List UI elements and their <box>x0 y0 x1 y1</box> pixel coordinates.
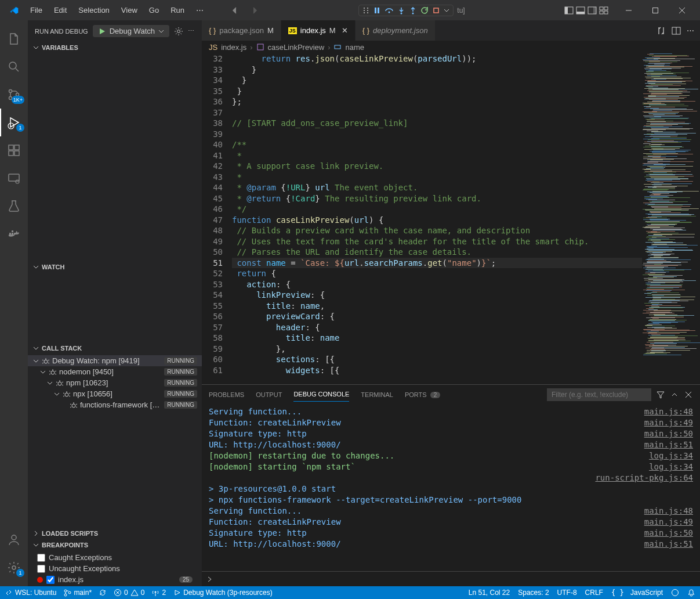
console-source-link[interactable]: main.js:51 <box>644 439 693 450</box>
filter-icon[interactable] <box>656 390 665 399</box>
callstack-item[interactable]: Debug Watch: npm [9419]RUNNING <box>28 355 202 366</box>
status-cursor-position[interactable]: Ln 51, Col 22 <box>469 589 510 597</box>
checkbox[interactable] <box>46 576 55 584</box>
status-indentation[interactable]: Spaces: 2 <box>518 589 549 597</box>
code-editor[interactable]: return res.json(caseLinkPreview(parsedUr… <box>232 53 642 384</box>
editor-tab[interactable]: { } package.json M <box>202 20 281 41</box>
chevron-down-icon[interactable] <box>444 8 449 13</box>
debug-stop-icon[interactable] <box>432 6 440 15</box>
menu-view[interactable]: View <box>117 3 142 17</box>
debug-step-into-icon[interactable] <box>397 6 405 15</box>
activity-remote[interactable] <box>0 164 28 192</box>
console-source-link[interactable]: run-script-pkg.js:64 <box>595 472 693 483</box>
minimap[interactable] <box>642 53 700 384</box>
console-source-link[interactable]: main.js:48 <box>644 406 693 417</box>
callstack-item[interactable]: npx [10656]RUNNING <box>28 388 202 399</box>
panel-tab-debug-console[interactable]: DEBUG CONSOLE <box>293 387 349 402</box>
activity-search[interactable] <box>0 53 28 81</box>
menu-edit[interactable]: Edit <box>49 3 71 17</box>
panel-tab-ports[interactable]: PORTS2 <box>405 388 440 402</box>
activity-accounts[interactable] <box>0 526 28 554</box>
callstack-item[interactable]: npm [10623]RUNNING <box>28 377 202 388</box>
section-loaded-scripts[interactable]: LOADED SCRIPTS <box>28 528 202 539</box>
debug-config-selector[interactable]: Debug Watch <box>93 25 169 37</box>
more-icon[interactable]: ⋯ <box>188 27 194 35</box>
section-variables[interactable]: VARIABLES <box>28 42 202 53</box>
close-icon[interactable]: ✕ <box>342 26 348 35</box>
close-icon[interactable] <box>684 390 693 399</box>
status-eol[interactable]: CRLF <box>585 589 603 597</box>
activity-testing[interactable] <box>0 192 28 220</box>
repl-input[interactable] <box>202 571 700 586</box>
activity-docker[interactable] <box>0 220 28 248</box>
panel-tab-terminal[interactable]: TERMINAL <box>361 388 393 402</box>
editor-tab[interactable]: { } deployment.json <box>356 20 436 41</box>
status-feedback[interactable] <box>671 589 679 597</box>
activity-run-debug[interactable]: 1 <box>0 109 28 136</box>
breadcrumbs[interactable]: JS index.js › caseLinkPreview › name <box>202 41 700 53</box>
chevron-up-icon[interactable] <box>670 390 679 399</box>
console-source-link[interactable]: main.js:49 <box>644 417 693 428</box>
menu-selection[interactable]: Selection <box>74 3 114 17</box>
debug-step-over-icon[interactable] <box>385 6 394 15</box>
activity-explorer[interactable] <box>0 25 28 53</box>
status-sync[interactable] <box>99 589 107 597</box>
menu-file[interactable]: File <box>26 3 47 17</box>
callstack-item[interactable]: functions-framework [106…RUNNING <box>28 399 202 410</box>
console-source-link[interactable]: main.js:50 <box>644 528 693 539</box>
window-close-button[interactable] <box>669 0 695 20</box>
menu-run[interactable]: Run <box>166 3 189 17</box>
nav-forward-icon[interactable] <box>250 6 259 15</box>
activity-settings[interactable]: 1 <box>0 554 28 582</box>
console-source-link[interactable]: main.js:48 <box>644 506 693 517</box>
console-filter-input[interactable] <box>547 388 651 401</box>
breadcrumb-item[interactable]: name <box>345 43 364 52</box>
editor-tab[interactable]: JS index.js M ✕ <box>281 20 356 41</box>
activity-source-control[interactable]: 1K+ <box>0 81 28 109</box>
layout-panel-right-icon[interactable] <box>587 6 597 15</box>
more-icon[interactable]: ⋯ <box>687 26 694 35</box>
nav-back-icon[interactable] <box>230 6 240 15</box>
panel-tab-problems[interactable]: PROBLEMS <box>209 388 244 402</box>
layout-panel-bottom-icon[interactable] <box>576 6 585 15</box>
layout-panel-left-icon[interactable] <box>564 6 574 15</box>
menu-more[interactable]: ⋯ <box>191 3 208 17</box>
console-source-link[interactable]: log.js:34 <box>649 450 693 461</box>
checkbox[interactable] <box>37 554 45 562</box>
menu-go[interactable]: Go <box>144 3 164 17</box>
panel-tab-output[interactable]: OUTPUT <box>256 388 282 402</box>
status-debug-session[interactable]: Debug Watch (3p-resources) <box>173 589 273 597</box>
debug-console[interactable]: Serving function...main.js:48Function: c… <box>202 404 700 571</box>
debug-restart-icon[interactable] <box>420 6 429 15</box>
checkbox[interactable] <box>37 565 45 573</box>
gear-icon[interactable] <box>174 27 183 36</box>
status-remote[interactable]: WSL: Ubuntu <box>5 589 56 597</box>
window-maximize-button[interactable] <box>642 0 669 20</box>
breakpoint-caught[interactable]: Caught Exceptions <box>28 552 202 563</box>
debug-step-out-icon[interactable] <box>409 6 417 15</box>
breakpoint-file[interactable]: index.js 25 <box>28 574 202 585</box>
status-notifications[interactable] <box>687 589 695 597</box>
section-breakpoints[interactable]: BREAKPOINTS <box>28 539 202 551</box>
editor-body[interactable]: 3233343536373839404142434445464748495051… <box>202 53 700 384</box>
breakpoint-uncaught[interactable]: Uncaught Exceptions <box>28 563 202 574</box>
activity-extensions[interactable] <box>0 136 28 164</box>
breadcrumb-item[interactable]: index.js <box>221 43 246 52</box>
debug-grip-icon[interactable] <box>362 6 369 15</box>
console-source-link[interactable]: log.js:34 <box>649 461 693 472</box>
callstack-item[interactable]: nodemon [9450]RUNNING <box>28 366 202 377</box>
layout-customize-icon[interactable] <box>599 6 608 15</box>
console-source-link[interactable]: main.js:51 <box>644 539 693 550</box>
split-editor-icon[interactable] <box>672 26 681 35</box>
status-problems[interactable]: 0 0 <box>114 589 144 597</box>
window-minimize-button[interactable] <box>615 0 642 20</box>
debug-pause-icon[interactable] <box>373 6 381 15</box>
status-ports[interactable]: 2 <box>151 589 166 597</box>
section-watch[interactable]: WATCH <box>28 261 202 273</box>
console-source-link[interactable]: main.js:50 <box>644 428 693 439</box>
compare-changes-icon[interactable] <box>657 26 666 35</box>
status-language[interactable]: { } JavaScript <box>611 589 663 597</box>
breadcrumb-item[interactable]: caseLinkPreview <box>268 43 325 52</box>
section-callstack[interactable]: CALL STACK <box>28 342 202 354</box>
status-encoding[interactable]: UTF-8 <box>557 589 577 597</box>
